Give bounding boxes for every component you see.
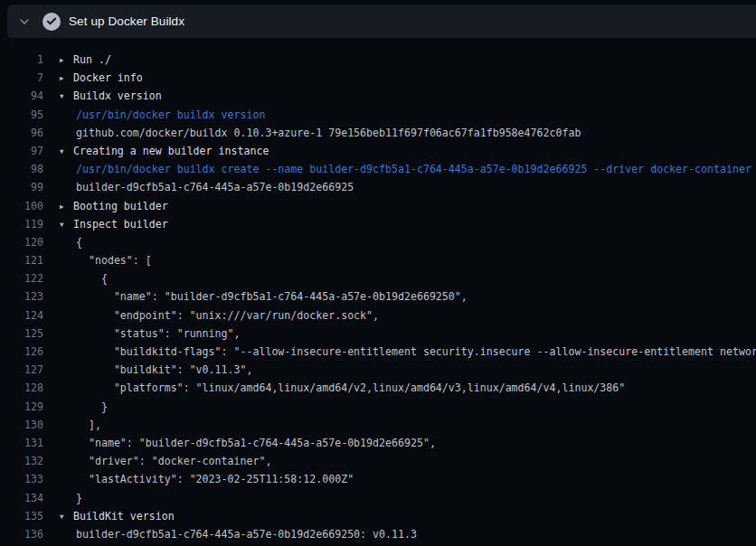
- log-line-body: ▶Booting builder: [47, 197, 756, 215]
- log-line-body: builder-d9cfb5a1-c764-445a-a57e-0b19d2e6…: [47, 525, 756, 543]
- log-line-body: builder-d9cfb5a1-c764-445a-a57e-0b19d2e6…: [47, 178, 756, 196]
- log-line: 98/usr/bin/docker buildx create --name b…: [0, 160, 756, 178]
- output-text: "nodes": [: [76, 254, 152, 267]
- line-number[interactable]: 1: [0, 51, 47, 69]
- log-line-body: /usr/bin/docker buildx version: [47, 106, 756, 124]
- group-title[interactable]: Inspect builder: [73, 218, 168, 231]
- log-line: 7▶Docker info: [0, 69, 756, 87]
- log-line: 128 "platforms": "linux/amd64,linux/amd6…: [0, 379, 756, 397]
- group-expand-icon[interactable]: ▶: [60, 70, 73, 87]
- line-number[interactable]: 122: [0, 269, 47, 287]
- group-title[interactable]: Run ./: [73, 53, 111, 66]
- log-line: 136builder-d9cfb5a1-c764-445a-a57e-0b19d…: [0, 525, 756, 543]
- line-number[interactable]: 136: [0, 525, 47, 543]
- check-circle-icon: [43, 13, 61, 31]
- line-number[interactable]: 7: [0, 69, 47, 87]
- group-title[interactable]: Docker info: [73, 71, 143, 84]
- group-title[interactable]: Creating a new builder instance: [73, 145, 269, 157]
- line-number[interactable]: 120: [0, 233, 47, 251]
- log-line: 122 {: [0, 269, 756, 287]
- log-line: 130 ],: [0, 416, 756, 434]
- log-line-body: "status": "running",: [47, 325, 756, 343]
- output-text: "name": "builder-d9cfb5a1-c764-445a-a57e…: [76, 437, 436, 449]
- log-line: 99builder-d9cfb5a1-c764-445a-a57e-0b19d2…: [0, 178, 756, 196]
- step-header[interactable]: Set up Docker Buildx: [7, 5, 756, 38]
- line-number[interactable]: 129: [0, 398, 47, 416]
- line-number[interactable]: 132: [0, 452, 47, 470]
- chevron-down-icon[interactable]: [18, 15, 31, 28]
- log-line: 1▶Run ./: [0, 51, 756, 69]
- line-number[interactable]: 95: [0, 106, 47, 124]
- group-collapse-icon[interactable]: ▼: [60, 216, 73, 233]
- log-line-body: "name": "builder-d9cfb5a1-c764-445a-a57e…: [47, 434, 756, 452]
- log-line: 121 "nodes": [: [0, 251, 756, 269]
- log-line-body: github.com/docker/buildx 0.10.3+azure-1 …: [47, 124, 756, 142]
- group-title[interactable]: Booting builder: [73, 200, 168, 212]
- output-text: "platforms": "linux/amd64,linux/amd64/v2…: [76, 381, 625, 394]
- log-line-body: ],: [47, 416, 756, 434]
- line-number[interactable]: 94: [0, 87, 47, 105]
- log-line: 133 "lastActivity": "2023-02-25T11:58:12…: [0, 470, 756, 488]
- output-text: }: [76, 400, 108, 413]
- output-text: "driver": "docker-container",: [76, 455, 271, 467]
- log-line-body: ▼Creating a new builder instance: [47, 142, 756, 160]
- output-text: "lastActivity": "2023-02-25T11:58:12.000…: [76, 473, 354, 485]
- line-number[interactable]: 130: [0, 416, 47, 434]
- output-text: builder-d9cfb5a1-c764-445a-a57e-0b19d2e6…: [76, 181, 354, 193]
- line-number[interactable]: 97: [0, 142, 47, 160]
- log-line-body: "buildkitd-flags": "--allow-insecure-ent…: [47, 343, 756, 361]
- line-number[interactable]: 96: [0, 124, 47, 142]
- line-number[interactable]: 124: [0, 306, 47, 325]
- line-number[interactable]: 98: [0, 160, 47, 178]
- group-collapse-icon[interactable]: ▼: [60, 508, 73, 525]
- log-line: 124 "endpoint": "unix:///var/run/docker.…: [0, 306, 756, 325]
- group-title[interactable]: Buildx version: [73, 89, 162, 102]
- log-line-body: "driver": "docker-container",: [47, 452, 756, 470]
- log-line: 129 }: [0, 398, 756, 416]
- log-line: 125 "status": "running",: [0, 325, 756, 343]
- line-number[interactable]: 123: [0, 287, 47, 306]
- line-number[interactable]: 133: [0, 470, 47, 488]
- group-collapse-icon[interactable]: ▼: [60, 88, 73, 105]
- output-text: ],: [76, 419, 101, 431]
- output-text: {: [76, 236, 82, 249]
- line-number[interactable]: 121: [0, 251, 47, 269]
- line-number[interactable]: 100: [0, 197, 47, 215]
- log-line: 123 "name": "builder-d9cfb5a1-c764-445a-…: [0, 287, 756, 306]
- log-line: 126 "buildkitd-flags": "--allow-insecure…: [0, 343, 756, 361]
- output-text: "buildkitd-flags": "--allow-insecure-ent…: [76, 345, 756, 358]
- log-line-body: ▶Run ./: [47, 51, 756, 69]
- step-title: Set up Docker Buildx: [69, 14, 184, 28]
- line-number[interactable]: 128: [0, 379, 47, 397]
- output-text: github.com/docker/buildx 0.10.3+azure-1 …: [76, 127, 581, 139]
- output-text: builder-d9cfb5a1-c764-445a-a57e-0b19d2e6…: [76, 528, 417, 541]
- log-line-body: "platforms": "linux/amd64,linux/amd64/v2…: [47, 379, 756, 397]
- log-line-body: ▼Buildx version: [47, 87, 756, 105]
- group-expand-icon[interactable]: ▶: [60, 52, 73, 69]
- log-line: 134}: [0, 489, 756, 507]
- group-collapse-icon[interactable]: ▼: [60, 143, 73, 160]
- log-line-body: {: [47, 269, 756, 287]
- line-number[interactable]: 134: [0, 489, 47, 507]
- log-line: 127 "buildkit": "v0.11.3",: [0, 361, 756, 379]
- group-expand-icon[interactable]: ▶: [60, 198, 73, 215]
- output-text: "endpoint": "unix:///var/run/docker.sock…: [76, 309, 379, 322]
- log-line-body: "buildkit": "v0.11.3",: [47, 361, 756, 379]
- log-line: 132 "driver": "docker-container",: [0, 452, 756, 470]
- line-number[interactable]: 125: [0, 325, 47, 343]
- output-text: "name": "builder-d9cfb5a1-c764-445a-a57e…: [76, 290, 468, 303]
- output-text: }: [76, 492, 82, 504]
- log-line-body: "endpoint": "unix:///var/run/docker.sock…: [47, 306, 756, 325]
- line-number[interactable]: 135: [0, 507, 47, 525]
- line-number[interactable]: 131: [0, 434, 47, 452]
- log-line: 120{: [0, 233, 756, 251]
- log-line-body: }: [47, 489, 756, 507]
- line-number[interactable]: 126: [0, 343, 47, 361]
- log-line: 94▼Buildx version: [0, 87, 756, 105]
- output-text: "buildkit": "v0.11.3",: [76, 363, 252, 376]
- line-number[interactable]: 119: [0, 215, 47, 233]
- log-line-body: "lastActivity": "2023-02-25T11:58:12.000…: [47, 470, 756, 488]
- line-number[interactable]: 99: [0, 178, 47, 196]
- group-title[interactable]: BuildKit version: [73, 510, 175, 522]
- line-number[interactable]: 127: [0, 361, 47, 379]
